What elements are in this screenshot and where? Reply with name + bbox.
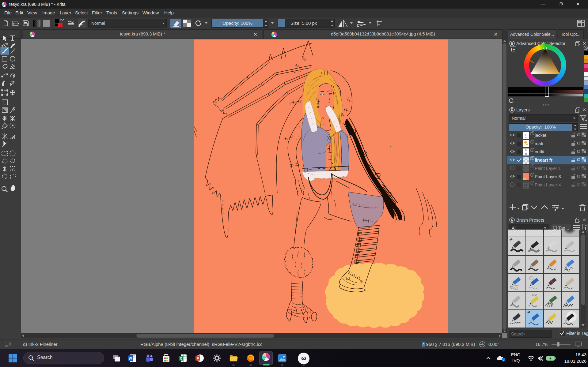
svg-text:W: W [129, 357, 132, 360]
svg-text:X: X [180, 357, 182, 360]
svg-text:P: P [197, 357, 199, 360]
